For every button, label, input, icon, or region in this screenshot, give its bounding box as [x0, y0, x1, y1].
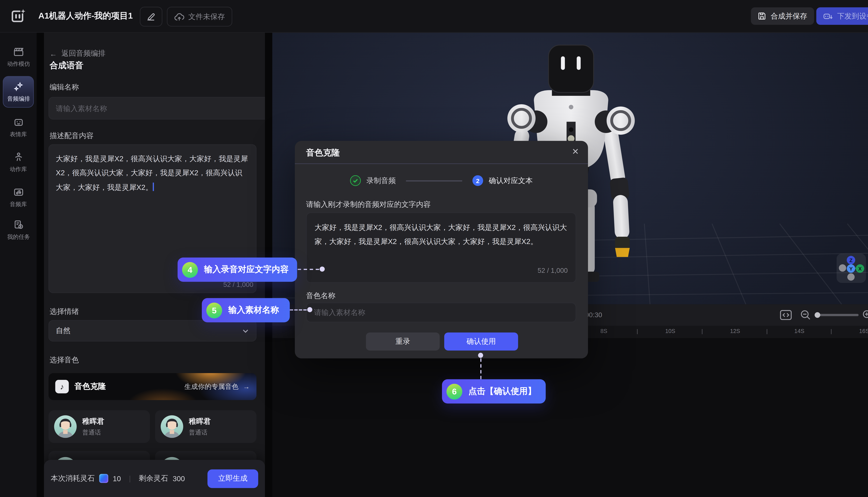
save-icon — [758, 12, 766, 20]
ruler-tick: 8S — [600, 328, 607, 334]
save-and-synthesize-button[interactable]: 合成并保存 — [751, 7, 814, 25]
tooltip-text: 点击【确认使用】 — [468, 386, 536, 397]
person-icon — [13, 151, 24, 162]
balance-value: 300 — [172, 474, 185, 483]
guide-tooltip-5: 5 输入素材名称 — [202, 298, 290, 323]
ruler-minor-tick — [702, 329, 702, 334]
ruler-tick: 16S — [859, 328, 868, 334]
voice-card[interactable]: 稚晖君 普通话 — [48, 410, 150, 443]
voice-clone-title: 音色克隆 — [74, 381, 179, 392]
tooltip-text: 输入录音对应文字内容 — [204, 264, 289, 275]
audio-library-icon — [13, 186, 24, 198]
generate-now-button[interactable]: 立即生成 — [208, 469, 258, 488]
voice-avatar — [161, 415, 183, 438]
text-cursor — [153, 182, 154, 191]
tooltip-text: 输入素材名称 — [228, 305, 279, 316]
top-bar: A1机器人动作-我的项目1 文件未保存 合成并保存 — [0, 0, 868, 33]
zoom-in-icon[interactable] — [862, 309, 868, 321]
arrow-right-icon: → — [243, 383, 250, 390]
guide-tooltip-6: 6 点击【确认使用】 — [442, 379, 546, 403]
deploy-to-device-button[interactable]: 下发到设备 — [816, 7, 868, 25]
transcript-hint-label: 请输入刚才录制的音频对应的文字内容 — [306, 200, 431, 210]
content-field-label: 描述配音内容 — [50, 131, 94, 141]
sidebar-item-label: 表情库 — [10, 130, 27, 138]
material-name-input[interactable] — [48, 97, 265, 119]
timeline-tracks[interactable] — [272, 338, 868, 497]
timeline-zoom-slider[interactable] — [814, 314, 858, 316]
voice-name: 稚晖君 — [189, 416, 211, 427]
voice-clone-banner[interactable]: ♪ 音色克隆 生成你的专属音色 → — [48, 373, 256, 400]
sidebar-item-audio-arrange[interactable]: 音频编排 — [3, 76, 34, 108]
gizmo-neg-x[interactable] — [839, 264, 846, 272]
gizmo-neg-z[interactable] — [848, 273, 855, 281]
sidebar-item-motion-mimic[interactable]: 动作模仿 — [3, 41, 34, 73]
voiceover-content-text: 大家好，我是灵犀X2，很高兴认识大家，大家好，我是灵犀X2，很高兴认识大家，大家… — [56, 154, 248, 191]
back-label: 返回音频编排 — [61, 48, 106, 58]
back-to-audio-arrange[interactable]: ← 返回音频编排 — [50, 48, 106, 58]
content-char-counter: 52 / 1,000 — [223, 281, 253, 288]
back-arrow-icon: ← — [50, 49, 57, 58]
voice-language: 普通话 — [82, 428, 104, 437]
ruler-tick: 14S — [794, 328, 804, 334]
step-connector — [406, 180, 462, 181]
sidebar-item-my-tasks[interactable]: 我的任务 — [3, 214, 34, 246]
sidebar-item-label: 动作模仿 — [7, 60, 30, 68]
axis-gizmo[interactable]: Z Y X — [837, 254, 866, 283]
deploy-label: 下发到设备 — [837, 11, 868, 21]
name-field-label: 编辑名称 — [50, 82, 79, 92]
connector-dot-4 — [320, 267, 325, 272]
rerecord-button[interactable]: 重录 — [366, 332, 440, 351]
transcript-char-counter: 52 / 1,000 — [538, 264, 568, 277]
ruler-tick: 10S — [665, 328, 675, 334]
cost-value: 10 — [113, 474, 121, 483]
ruler-minor-tick — [831, 329, 831, 334]
slider-knob[interactable] — [814, 312, 820, 318]
gizmo-y-axis[interactable]: Y — [847, 264, 855, 273]
footer-divider: ｜ — [127, 473, 133, 483]
clapperboard-icon — [13, 46, 24, 57]
connector-dot-5 — [307, 307, 312, 312]
sidebar-item-audio-lib[interactable]: 音频库 — [3, 182, 34, 213]
project-title: A1机器人动作-我的项目1 — [38, 11, 133, 22]
gizmo-z-axis[interactable]: Z — [847, 256, 855, 264]
tooltip-step-number: 5 — [206, 302, 222, 318]
sidebar-item-label: 音频编排 — [7, 95, 30, 102]
balance-label: 剩余灵石 — [139, 473, 168, 483]
zoom-out-icon[interactable] — [800, 309, 811, 321]
robot-face-icon — [13, 116, 24, 128]
tooltip-step-number: 4 — [182, 262, 198, 278]
gem-icon — [99, 474, 108, 483]
fit-width-icon[interactable] — [780, 309, 792, 321]
sidebar-item-motion-lib[interactable]: 动作库 — [3, 146, 34, 178]
emotion-select[interactable]: 自然 — [48, 320, 256, 341]
save-label: 合成并保存 — [771, 11, 807, 21]
transcript-textarea[interactable]: 大家好，我是灵犀X2，很高兴认识大家，大家好，我是灵犀X2，很高兴认识大家，大家… — [306, 212, 576, 283]
unsaved-label: 文件未保存 — [188, 12, 225, 22]
step1-label: 录制音频 — [366, 175, 396, 186]
panel-title: 合成语音 — [50, 60, 84, 71]
task-list-icon — [13, 219, 24, 230]
cloud-unsaved-icon — [174, 12, 184, 21]
app-logo-icon — [10, 8, 26, 25]
music-note-icon: ♪ — [55, 380, 69, 393]
connector-dot-6 — [478, 353, 483, 358]
sidebar-item-expression-lib[interactable]: 表情库 — [3, 112, 34, 143]
voice-clone-cta: 生成你的专属音色 → — [184, 382, 250, 391]
screen: Z Y X 00:00 / 00:30 — [0, 0, 868, 497]
voice-name-input[interactable] — [306, 303, 576, 323]
generate-footer: 本次消耗灵石 10 ｜ 剩余灵石 300 立即生成 — [44, 460, 265, 497]
voice-name: 稚晖君 — [82, 416, 104, 427]
voice-name-label: 音色名称 — [306, 291, 335, 301]
connector-line-5 — [290, 309, 307, 310]
step2-number: 2 — [472, 175, 483, 186]
gizmo-x-axis[interactable]: X — [856, 264, 864, 273]
close-icon[interactable]: ✕ — [572, 146, 579, 157]
file-save-status[interactable]: 文件未保存 — [167, 7, 232, 27]
rename-project-button[interactable] — [140, 7, 162, 27]
voice-avatar — [54, 415, 77, 438]
confirm-use-button[interactable]: 确认使用 — [444, 332, 518, 351]
chevron-down-icon — [242, 327, 249, 335]
tooltip-step-number: 6 — [447, 384, 462, 399]
pencil-icon — [146, 12, 156, 21]
voice-card[interactable]: 稚晖君 普通话 — [155, 410, 256, 443]
